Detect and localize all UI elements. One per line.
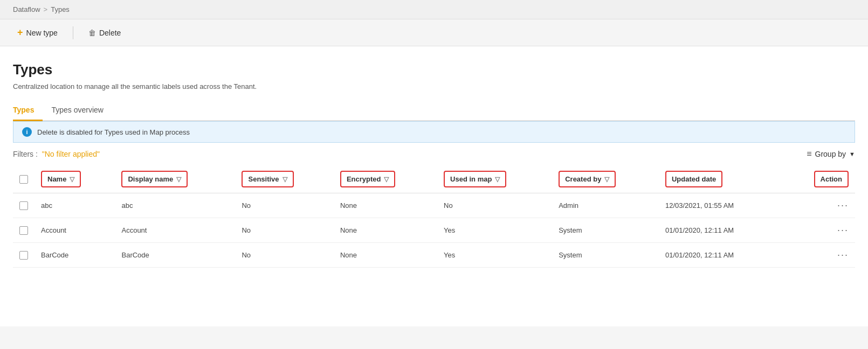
action-bar: Dataflow > Types (0, 0, 868, 19)
created-by-filter-icon[interactable]: ▽ (604, 176, 609, 183)
row-action-button[interactable]: ··· (837, 200, 849, 211)
filters-section: Filters : "No filter applied" (13, 150, 100, 158)
row-action-button[interactable]: ··· (837, 249, 849, 261)
group-by-label: Group by (815, 150, 846, 158)
table-body: abc abc No None No Admin 12/03/2021, 01:… (13, 193, 855, 268)
new-type-label: New type (26, 29, 58, 37)
filters-label: Filters : (13, 150, 38, 158)
name-header: Name ▽ (41, 171, 81, 187)
row-encrypted: None (334, 243, 437, 268)
main-content: Types Centralized location to manage all… (0, 46, 868, 326)
breadcrumb-current: Types (51, 5, 70, 13)
tab-types-overview[interactable]: Types overview (51, 101, 112, 121)
info-banner: i Delete is disabled for Types used in M… (13, 121, 855, 143)
toolbar: + New type 🗑 Delete (0, 19, 868, 46)
row-name: Account (35, 218, 115, 243)
row-name: abc (35, 193, 115, 218)
sensitive-header: Sensitive ▽ (242, 171, 293, 187)
info-message: Delete is disabled for Types used in Map… (37, 128, 190, 136)
tabs-container: Types Types overview (13, 101, 855, 121)
table-row: abc abc No None No Admin 12/03/2021, 01:… (13, 193, 855, 218)
group-by-button[interactable]: ≡ Group by ▼ (807, 149, 855, 159)
row-used-in-map: Yes (437, 243, 552, 268)
select-all-column (13, 165, 35, 193)
page-description: Centralized location to manage all the s… (13, 82, 855, 90)
delete-label: Delete (99, 29, 121, 37)
types-table: Name ▽ Display name ▽ Sensitive ▽ (13, 165, 855, 268)
info-icon: i (22, 127, 32, 137)
row-encrypted: None (334, 218, 437, 243)
plus-icon: + (17, 27, 23, 38)
row-checkbox-1[interactable] (19, 226, 28, 235)
row-created-by: System (552, 243, 659, 268)
chevron-down-icon: ▼ (849, 151, 855, 157)
row-created-by: Admin (552, 193, 659, 218)
row-used-in-map: Yes (437, 218, 552, 243)
name-filter-icon[interactable]: ▽ (70, 176, 74, 183)
row-action: ··· (783, 193, 855, 218)
row-action: ··· (783, 243, 855, 268)
row-display-name: abc (115, 193, 235, 218)
col-updated-date: Updated date (659, 165, 783, 193)
action-header: Action (814, 171, 849, 187)
updated-date-header: Updated date (665, 171, 722, 187)
col-name: Name ▽ (35, 165, 115, 193)
display-name-header: Display name ▽ (121, 171, 188, 187)
breadcrumb-separator: > (44, 5, 48, 13)
page-title: Types (13, 61, 855, 78)
row-checkbox-2[interactable] (19, 251, 28, 260)
row-updated-date: 01/01/2020, 12:11 AM (659, 218, 783, 243)
table-header-row: Name ▽ Display name ▽ Sensitive ▽ (13, 165, 855, 193)
row-action-button[interactable]: ··· (837, 225, 849, 236)
row-sensitive: No (235, 243, 333, 268)
sensitive-filter-icon[interactable]: ▽ (283, 176, 287, 183)
encrypted-header: Encrypted ▽ (340, 171, 396, 187)
delete-button[interactable]: 🗑 Delete (84, 26, 125, 39)
row-updated-date: 01/01/2020, 12:11 AM (659, 243, 783, 268)
trash-icon: 🗑 (88, 29, 96, 37)
breadcrumb: Dataflow > Types (13, 5, 855, 13)
row-used-in-map: No (437, 193, 552, 218)
used-in-map-header: Used in map ▽ (444, 171, 506, 187)
display-name-filter-icon[interactable]: ▽ (176, 176, 181, 183)
select-all-checkbox[interactable] (19, 175, 28, 184)
group-by-icon: ≡ (807, 149, 811, 159)
table-row: Account Account No None Yes System 01/01… (13, 218, 855, 243)
filters-row: Filters : "No filter applied" ≡ Group by… (13, 143, 855, 165)
row-created-by: System (552, 218, 659, 243)
row-checkbox-0[interactable] (19, 201, 28, 210)
row-sensitive: No (235, 218, 333, 243)
filters-value: "No filter applied" (42, 150, 100, 158)
row-display-name: BarCode (115, 243, 235, 268)
created-by-header: Created by ▽ (559, 171, 616, 187)
row-sensitive: No (235, 193, 333, 218)
tab-types[interactable]: Types (13, 101, 43, 121)
row-checkbox-cell (13, 243, 35, 268)
col-action: Action (783, 165, 855, 193)
row-action: ··· (783, 218, 855, 243)
row-checkbox-cell (13, 218, 35, 243)
col-display-name: Display name ▽ (115, 165, 235, 193)
encrypted-filter-icon[interactable]: ▽ (384, 176, 389, 183)
col-sensitive: Sensitive ▽ (235, 165, 333, 193)
row-name: BarCode (35, 243, 115, 268)
breadcrumb-parent[interactable]: Dataflow (13, 5, 40, 13)
row-checkbox-cell (13, 193, 35, 218)
table-row: BarCode BarCode No None Yes System 01/01… (13, 243, 855, 268)
row-display-name: Account (115, 218, 235, 243)
new-type-button[interactable]: + New type (13, 25, 62, 40)
row-updated-date: 12/03/2021, 01:55 AM (659, 193, 783, 218)
toolbar-divider (73, 26, 73, 39)
used-in-map-filter-icon[interactable]: ▽ (495, 176, 500, 183)
col-created-by: Created by ▽ (552, 165, 659, 193)
row-encrypted: None (334, 193, 437, 218)
col-encrypted: Encrypted ▽ (334, 165, 437, 193)
data-table-container: Name ▽ Display name ▽ Sensitive ▽ (13, 165, 855, 268)
col-used-in-map: Used in map ▽ (437, 165, 552, 193)
